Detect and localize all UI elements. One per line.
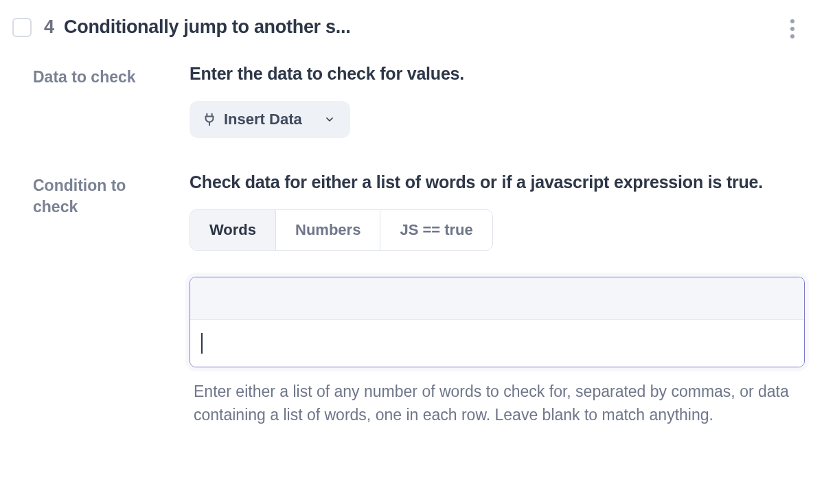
data-to-check-row: Data to check Enter the data to check fo…	[12, 62, 805, 138]
condition-description: Check data for either a list of words or…	[190, 171, 805, 194]
svg-point-1	[790, 27, 794, 31]
svg-point-2	[790, 34, 794, 38]
text-caret	[201, 333, 203, 354]
editor-toolbar	[190, 277, 804, 320]
tab-numbers[interactable]: Numbers	[276, 210, 380, 250]
more-options-button[interactable]	[780, 16, 805, 41]
editor-body[interactable]	[190, 320, 804, 367]
condition-tabs: Words Numbers JS == true	[190, 209, 493, 251]
plug-icon	[202, 112, 217, 127]
data-to-check-description: Enter the data to check for values.	[190, 62, 805, 86]
step-number: 4	[44, 16, 54, 38]
step-header: 4 Conditionally jump to another s...	[12, 16, 805, 38]
tab-js[interactable]: JS == true	[380, 210, 492, 250]
more-vertical-icon	[790, 19, 795, 39]
step-title: Conditionally jump to another s...	[64, 16, 350, 38]
chevron-down-icon	[324, 114, 335, 125]
svg-point-0	[790, 19, 794, 23]
insert-data-label: Insert Data	[224, 111, 302, 128]
step-checkbox[interactable]	[12, 18, 32, 37]
condition-row: Condition to check Check data for either…	[12, 171, 805, 427]
insert-data-button[interactable]: Insert Data	[190, 101, 350, 138]
condition-help-text: Enter either a list of any number of wor…	[190, 380, 794, 427]
condition-label: Condition to check	[33, 171, 162, 218]
data-to-check-label: Data to check	[33, 62, 162, 88]
tab-words[interactable]: Words	[190, 210, 276, 250]
condition-editor[interactable]	[190, 277, 805, 367]
step-card: 4 Conditionally jump to another s... Dat…	[12, 16, 805, 427]
